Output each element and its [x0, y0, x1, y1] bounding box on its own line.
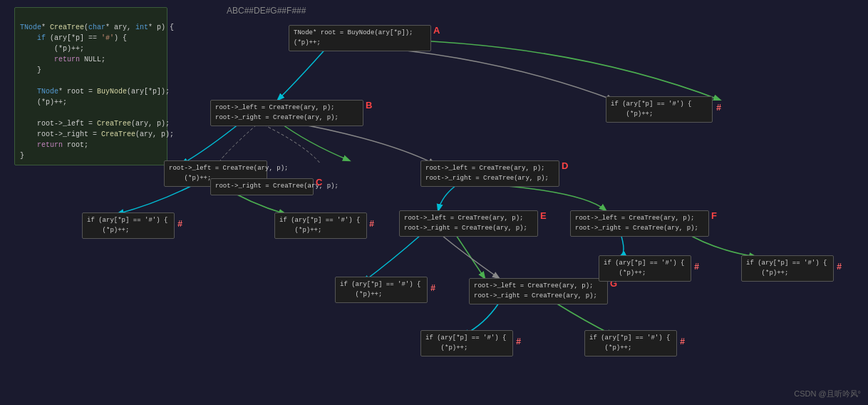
source-code-panel: TNode* CreaTree(char* ary, int* p) { if …: [14, 7, 167, 165]
null-F-left: #: [694, 262, 699, 272]
node-C-right-null: if (ary[*p] == '#') { (*p)++;: [274, 212, 367, 239]
null-C-left: #: [177, 220, 182, 230]
null-G-left: #: [516, 337, 521, 347]
node-F-right-null: if (ary[*p] == '#') { (*p)++;: [741, 255, 834, 282]
node-E-left-null: if (ary[*p] == '#') { (*p)++;: [335, 277, 428, 303]
label-A: A: [433, 25, 440, 36]
node-G-right-null: if (ary[*p] == '#') { (*p)++;: [584, 330, 677, 357]
node-A: TNode* root = BuyNode(ary[*p]); (*p)++;: [289, 25, 431, 51]
node-B: root->_left = CreaTree(ary, p); root->_r…: [210, 100, 363, 126]
node-A-right: if (ary[*p] == '#') { (*p)++;: [606, 96, 713, 123]
node-C: root->_right = CreaTree(ary, p);: [210, 178, 314, 195]
top-label: ABC##DE#G##F###: [227, 6, 306, 16]
node-F: root->_left = CreaTree(ary, p); root->_r…: [570, 210, 709, 237]
node-F-left-null: if (ary[*p] == '#') { (*p)++;: [599, 255, 691, 282]
null-A-right: #: [716, 103, 721, 113]
label-B: B: [366, 100, 372, 111]
label-C: C: [316, 177, 322, 188]
watermark: CSDN @且听吟风°: [794, 389, 861, 399]
node-G-left-null: if (ary[*p] == '#') { (*p)++;: [420, 330, 513, 357]
node-E: root->_left = CreaTree(ary, p); root->_r…: [399, 210, 538, 237]
label-E: E: [540, 210, 547, 221]
node-G: root->_left = CreaTree(ary, p); root->_r…: [469, 278, 608, 304]
null-F-right: #: [837, 262, 842, 272]
node-D: root->_left = CreaTree(ary, p); root->_r…: [420, 160, 559, 187]
null-G-right: #: [680, 337, 685, 347]
null-C-right: #: [369, 220, 374, 230]
node-C-left-null: if (ary[*p] == '#') { (*p)++;: [82, 212, 175, 239]
label-D: D: [562, 160, 568, 171]
label-F: F: [711, 210, 717, 221]
null-E-left: #: [430, 284, 435, 294]
